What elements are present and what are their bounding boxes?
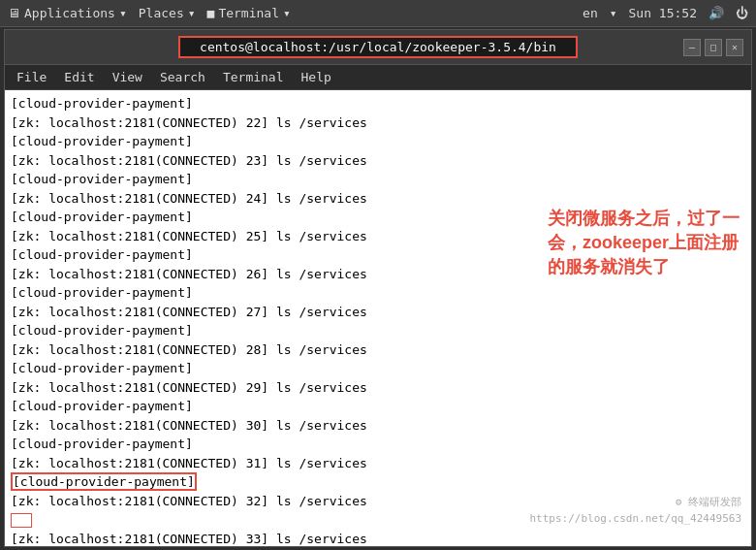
- terminal-line: [cloud-provider-payment]: [11, 397, 745, 416]
- annotation-text: 关闭微服务之后，过了一会，zookeeper上面注册的服务就消失了: [548, 207, 741, 280]
- volume-icon[interactable]: 🔊: [709, 6, 724, 20]
- terminal-line: [cloud-provider-payment]: [11, 170, 745, 189]
- terminal-line: [cloud-provider-payment]: [11, 132, 745, 151]
- terminal-icon: ■: [207, 6, 215, 20]
- menu-bar: File Edit View Search Terminal Help: [5, 65, 751, 90]
- terminal-line: [zk: localhost:2181(CONNECTED) 30] ls /s…: [11, 416, 745, 436]
- terminal-line: [cloud-provider-payment]: [11, 94, 745, 113]
- applications-menu[interactable]: 🖥 Applications ▾: [8, 6, 127, 20]
- applications-dropdown-icon: ▾: [119, 6, 127, 20]
- system-bar: 🖥 Applications ▾ Applications Places ▾ ■…: [0, 0, 756, 27]
- terminal-line: [zk: localhost:2181(CONNECTED) 33] ls /s…: [11, 530, 745, 547]
- watermark: ⚙ 终端研发部 https://blog.csdn.net/qq_4244956…: [529, 495, 741, 527]
- terminal-line: [cloud-provider-payment]: [11, 283, 745, 303]
- applications-label: Applications: [24, 6, 115, 20]
- terminal-line: [zk: localhost:2181(CONNECTED) 29] ls /s…: [11, 378, 745, 398]
- close-button[interactable]: ✕: [726, 39, 743, 56]
- applications-icon: 🖥: [8, 6, 20, 20]
- watermark-org: 终端研发部: [688, 496, 741, 508]
- terminal-line: [cloud-provider-payment]: [11, 435, 745, 454]
- highlighted-terminal-line: [cloud-provider-payment]: [11, 472, 745, 492]
- watermark-url: https://blog.csdn.net/qq_42449563: [529, 511, 741, 528]
- highlighted-service: [cloud-provider-payment]: [11, 472, 197, 491]
- terminal-line: [zk: localhost:2181(CONNECTED) 28] ls /s…: [11, 340, 745, 360]
- places-menu[interactable]: Applications Places ▾: [139, 6, 196, 20]
- time-display: Sun 15:52: [629, 6, 697, 20]
- empty-cursor-1: [11, 513, 32, 528]
- terminal-line: [zk: localhost:2181(CONNECTED) 23] ls /s…: [11, 151, 745, 171]
- terminal-content[interactable]: [cloud-provider-payment] [zk: localhost:…: [5, 90, 751, 546]
- locale-label: en: [583, 6, 598, 20]
- watermark-icon: ⚙ 终端研发部: [529, 495, 741, 511]
- window-title: centos@localhost:/usr/local/zookeeper-3.…: [178, 36, 578, 58]
- terminal-text: Terminal: [218, 6, 279, 20]
- places-text: Places: [139, 6, 184, 20]
- menu-file[interactable]: File: [9, 68, 54, 86]
- locale-arrow: ▾: [610, 6, 617, 20]
- places-arrow: ▾: [188, 6, 196, 20]
- menu-help[interactable]: Help: [294, 68, 339, 86]
- terminal-menu[interactable]: ■ Terminal ▾: [207, 6, 291, 20]
- terminal-line: [zk: localhost:2181(CONNECTED) 27] ls /s…: [11, 303, 745, 322]
- minimize-button[interactable]: —: [683, 39, 701, 56]
- terminal-window: centos@localhost:/usr/local/zookeeper-3.…: [4, 29, 752, 547]
- terminal-line: [cloud-provider-payment]: [11, 359, 745, 378]
- system-bar-right: en ▾ Sun 15:52 🔊 ⏻: [583, 6, 748, 20]
- terminal-line: [zk: localhost:2181(CONNECTED) 31] ls /s…: [11, 454, 745, 473]
- menu-search[interactable]: Search: [152, 68, 213, 86]
- terminal-line: [cloud-provider-payment]: [11, 321, 745, 340]
- title-bar: centos@localhost:/usr/local/zookeeper-3.…: [5, 30, 751, 65]
- menu-view[interactable]: View: [105, 68, 150, 86]
- power-icon[interactable]: ⏻: [736, 6, 748, 20]
- terminal-line: [zk: localhost:2181(CONNECTED) 22] ls /s…: [11, 113, 745, 133]
- maximize-button[interactable]: □: [705, 39, 722, 56]
- window-controls: — □ ✕: [683, 39, 743, 56]
- terminal-arrow: ▾: [283, 6, 291, 20]
- menu-edit[interactable]: Edit: [56, 68, 102, 86]
- terminal-line: [zk: localhost:2181(CONNECTED) 24] ls /s…: [11, 189, 745, 209]
- menu-terminal[interactable]: Terminal: [215, 68, 292, 86]
